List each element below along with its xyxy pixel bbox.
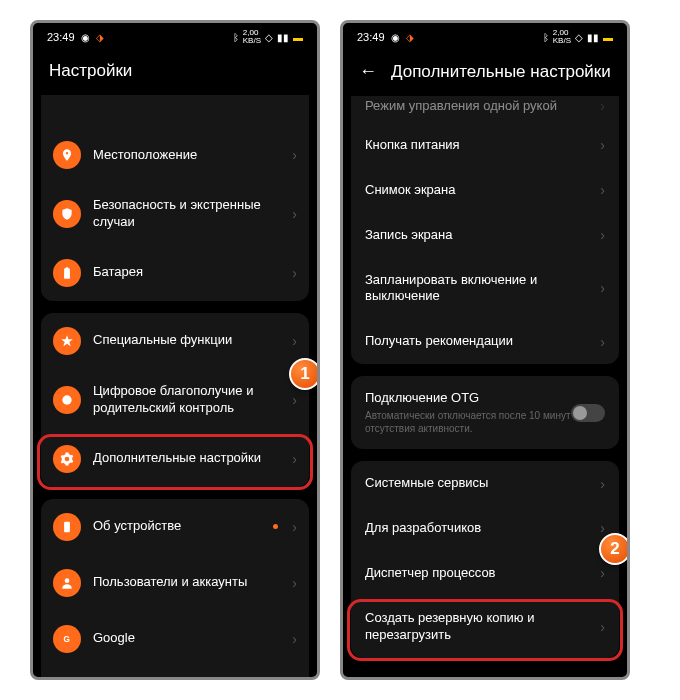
list-item-location[interactable]: Местоположение › bbox=[41, 127, 309, 183]
chevron-right-icon: › bbox=[600, 182, 605, 198]
bluetooth-icon: ᛒ bbox=[233, 32, 239, 43]
page-title: Дополнительные настройки bbox=[391, 62, 611, 82]
chevron-right-icon: › bbox=[600, 334, 605, 350]
status-bar: 23:49 ◉ ⬗ ᛒ 2,00KB/S ◇ ▮▮ ▬ bbox=[33, 23, 317, 51]
location-icon bbox=[53, 141, 81, 169]
whatsapp-icon: ◉ bbox=[81, 32, 90, 43]
whatsapp-icon: ◉ bbox=[391, 32, 400, 43]
user-icon bbox=[53, 569, 81, 597]
list-item-special[interactable]: Специальные функции › bbox=[41, 313, 309, 369]
chevron-right-icon: › bbox=[292, 206, 297, 222]
list-item-backup[interactable]: Создать резервную копию и перезагрузить … bbox=[351, 596, 619, 658]
battery-icon: ▬ bbox=[293, 32, 303, 43]
page-title: Настройки bbox=[33, 51, 317, 95]
list-item-additional[interactable]: Дополнительные настройки › bbox=[41, 431, 309, 487]
chevron-right-icon: › bbox=[292, 265, 297, 281]
step-badge-2: 2 bbox=[599, 533, 630, 565]
list-item-security[interactable]: Безопасность и экстренные случаи › bbox=[41, 183, 309, 245]
list-item-screenshot[interactable]: Снимок экрана › bbox=[351, 168, 619, 213]
status-bar: 23:49 ◉ ⬗ ᛒ 2,00KB/S ◇ ▮▮ ▬ bbox=[343, 23, 627, 51]
signal-icon: ▮▮ bbox=[277, 32, 289, 43]
chevron-right-icon: › bbox=[292, 392, 297, 408]
chevron-right-icon: › bbox=[600, 98, 605, 114]
chevron-right-icon: › bbox=[600, 280, 605, 296]
chevron-right-icon: › bbox=[600, 565, 605, 581]
bluetooth-icon: ᛒ bbox=[543, 32, 549, 43]
list-item-google[interactable]: G Google › bbox=[41, 611, 309, 667]
list-item[interactable]: Режим управления одной рукой › bbox=[351, 96, 619, 123]
wellbeing-icon bbox=[53, 386, 81, 414]
list-item-procmgr[interactable]: Диспетчер процессов › bbox=[351, 551, 619, 596]
header: ← Дополнительные настройки bbox=[343, 51, 627, 96]
list-item-otg[interactable]: Подключение OTG Автоматически отключаетс… bbox=[351, 376, 619, 449]
chevron-right-icon: › bbox=[292, 519, 297, 535]
status-time: 23:49 bbox=[47, 31, 75, 43]
phone-right: 23:49 ◉ ⬗ ᛒ 2,00KB/S ◇ ▮▮ ▬ ← Дополнител… bbox=[340, 20, 630, 680]
section-group-r2: Подключение OTG Автоматически отключаетс… bbox=[351, 376, 619, 449]
gear-icon bbox=[53, 445, 81, 473]
signal-icon: ▮▮ bbox=[587, 32, 599, 43]
chevron-right-icon: › bbox=[292, 575, 297, 591]
chevron-right-icon: › bbox=[292, 631, 297, 647]
chevron-right-icon: › bbox=[600, 476, 605, 492]
chevron-right-icon: › bbox=[292, 333, 297, 349]
status-time: 23:49 bbox=[357, 31, 385, 43]
battery-icon bbox=[53, 259, 81, 287]
chevron-right-icon: › bbox=[600, 619, 605, 635]
list-item-power[interactable]: Кнопка питания › bbox=[351, 123, 619, 168]
svg-text:G: G bbox=[64, 634, 70, 643]
chevron-right-icon: › bbox=[292, 147, 297, 163]
google-icon: G bbox=[53, 625, 81, 653]
list-item-screenrec[interactable]: Запись экрана › bbox=[351, 213, 619, 258]
step-badge-1: 1 bbox=[289, 358, 320, 390]
list-item[interactable]: › bbox=[41, 95, 309, 127]
otg-toggle[interactable] bbox=[571, 404, 605, 422]
list-item-dev[interactable]: Для разработчиков › bbox=[351, 506, 619, 551]
notification-dot bbox=[273, 524, 278, 529]
list-item-system[interactable]: Системные сервисы › bbox=[351, 461, 619, 506]
chevron-right-icon: › bbox=[292, 451, 297, 467]
section-group-3: Об устройстве › Пользователи и аккаунты … bbox=[41, 499, 309, 679]
list-item-users[interactable]: Пользователи и аккаунты › bbox=[41, 555, 309, 611]
device-icon bbox=[53, 513, 81, 541]
section-group-1: › Местоположение › Безопасность и экстре… bbox=[41, 95, 309, 301]
chevron-right-icon: › bbox=[600, 520, 605, 536]
list-item-lab[interactable]: Лаборатория realme › bbox=[41, 667, 309, 679]
battery-icon: ▬ bbox=[603, 32, 613, 43]
list-item-schedule[interactable]: Запланировать включение и выключение › bbox=[351, 258, 619, 320]
phone-left: 23:49 ◉ ⬗ ᛒ 2,00KB/S ◇ ▮▮ ▬ Настройки › … bbox=[30, 20, 320, 680]
back-icon[interactable]: ← bbox=[359, 61, 377, 82]
list-item-battery[interactable]: Батарея › bbox=[41, 245, 309, 301]
ribbon-icon: ⬗ bbox=[406, 32, 414, 43]
ribbon-icon: ⬗ bbox=[96, 32, 104, 43]
star-icon bbox=[53, 327, 81, 355]
section-group-r3: Системные сервисы › Для разработчиков › … bbox=[351, 461, 619, 657]
wifi-icon: ◇ bbox=[265, 32, 273, 43]
list-item-about[interactable]: Об устройстве › bbox=[41, 499, 309, 555]
svg-point-0 bbox=[62, 395, 71, 404]
wifi-icon: ◇ bbox=[575, 32, 583, 43]
list-item-recommend[interactable]: Получать рекомендации › bbox=[351, 319, 619, 364]
chevron-right-icon: › bbox=[600, 137, 605, 153]
svg-point-2 bbox=[65, 578, 70, 583]
chevron-right-icon: › bbox=[600, 227, 605, 243]
svg-rect-1 bbox=[64, 521, 70, 532]
section-group-r1: Режим управления одной рукой › Кнопка пи… bbox=[351, 96, 619, 364]
list-item-wellbeing[interactable]: Цифровое благополучие и родительский кон… bbox=[41, 369, 309, 431]
section-group-2: Специальные функции › Цифровое благополу… bbox=[41, 313, 309, 487]
shield-icon bbox=[53, 200, 81, 228]
